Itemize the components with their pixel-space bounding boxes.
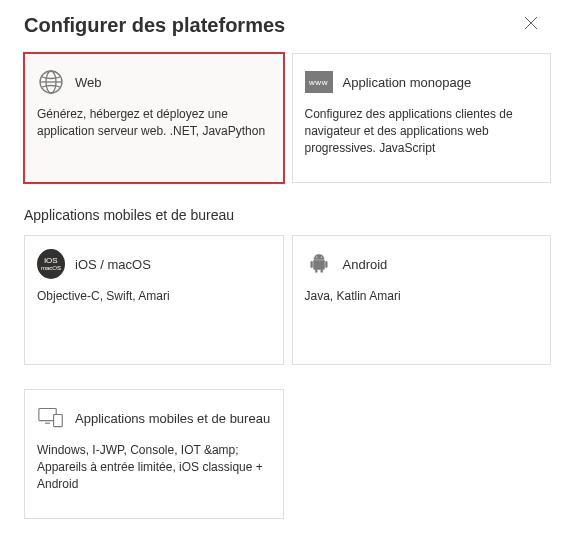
mobile-desktop-card[interactable]: Applications mobiles et de bureau Window…: [24, 389, 284, 519]
card-desc: Java, Katlin Amari: [305, 288, 539, 305]
platforms-scroll[interactable]: Web Générez, hébergez et déployez une ap…: [0, 45, 561, 541]
card-desc: Configurez des applications clientes de …: [305, 106, 539, 156]
card-title: Applications mobiles et de bureau: [75, 411, 270, 426]
svg-rect-9: [54, 415, 63, 427]
ios-macos-card[interactable]: iOSmacOS iOS / macOS Objective-C, Swift,…: [24, 235, 284, 365]
card-title: Application monopage: [343, 75, 472, 90]
section-mobile-desktop-title: Applications mobiles et de bureau: [24, 207, 551, 223]
close-icon: [524, 16, 538, 33]
spa-platform-card[interactable]: www Application monopage Configurez des …: [292, 53, 552, 183]
panel-title: Configurer des plateformes: [24, 14, 285, 37]
card-desc: Objective-C, Swift, Amari: [37, 288, 271, 305]
card-title: Android: [343, 257, 388, 272]
card-desc: Générez, hébergez et déployez une applic…: [37, 106, 271, 140]
web-platform-card[interactable]: Web Générez, hébergez et déployez une ap…: [24, 53, 284, 183]
card-title: Web: [75, 75, 102, 90]
svg-point-5: [316, 257, 317, 258]
svg-point-6: [320, 257, 321, 258]
monitor-icon: [37, 404, 65, 432]
close-button[interactable]: [521, 14, 541, 34]
android-card[interactable]: Android Java, Katlin Amari: [292, 235, 552, 365]
globe-icon: [37, 68, 65, 96]
android-icon: [305, 250, 333, 278]
ios-icon: iOSmacOS: [37, 250, 65, 278]
card-title: iOS / macOS: [75, 257, 151, 272]
www-icon: www: [305, 68, 333, 96]
card-desc: Windows, I-JWP, Console, IOT &amp; Appar…: [37, 442, 271, 492]
